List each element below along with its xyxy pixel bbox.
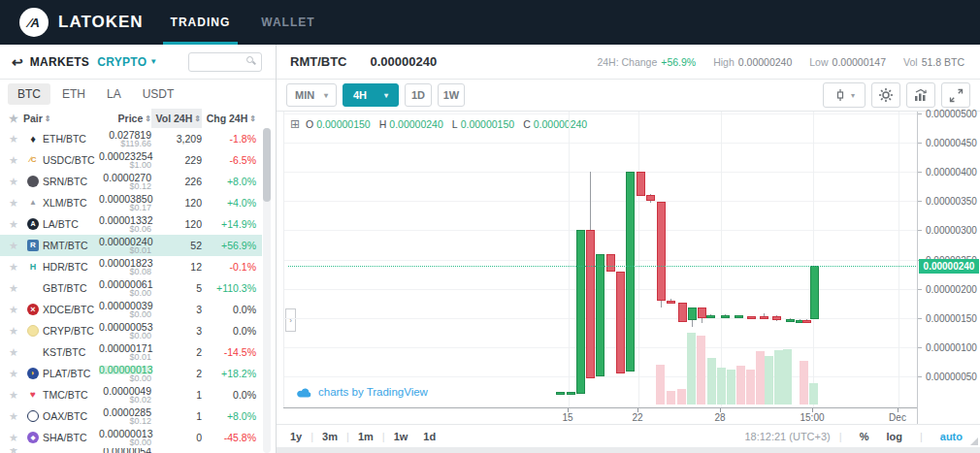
favorite-star-icon[interactable]: ★ — [4, 346, 23, 359]
favorite-star-icon[interactable]: ★ — [4, 410, 23, 423]
favorite-star-icon[interactable]: ★ — [4, 432, 23, 444]
favorite-star-icon[interactable]: ★ — [4, 154, 23, 167]
fullscreen-button[interactable] — [941, 82, 970, 108]
indicators-button[interactable] — [906, 82, 935, 108]
market-row[interactable]: ★ ♦ ETH/BTC 0.027819 $119.66 3,209 -1.8% — [0, 128, 262, 149]
favorite-star-icon[interactable]: ★ — [4, 368, 23, 380]
market-category-dropdown[interactable]: CRYPTO — [97, 55, 147, 69]
resize-handle[interactable] — [970, 437, 978, 445]
candle — [667, 301, 675, 304]
nav-tab-trading[interactable]: TRADING — [167, 0, 235, 45]
coin-icon: ◗ — [23, 368, 43, 379]
nav-tab-wallet[interactable]: WALLET — [257, 0, 318, 45]
favorite-star-icon[interactable]: ★ — [4, 133, 23, 146]
plot-area[interactable]: ⊞ O0.00000150 H0.00000240 L0.00000150 C0… — [283, 112, 917, 407]
pair-label: SHA/BTC — [43, 432, 99, 443]
pair-label: USDC/BTC — [43, 154, 99, 166]
interval-1w-button[interactable]: 1W — [438, 83, 465, 107]
market-row-partial[interactable]: ★ 0.0000054 — [0, 448, 262, 453]
range-1d-button[interactable]: 1d — [423, 431, 436, 442]
column-pair[interactable]: Pair⇕ — [23, 109, 99, 128]
market-row[interactable]: ★ ◆ SHA/BTC 0.00000013 $0.00 0 -45.8% — [0, 427, 262, 448]
market-row[interactable]: ★ KST/BTC 0.00000171 $0.01 2 -14.5% — [0, 341, 262, 363]
price-usd: $0.00 — [99, 289, 151, 298]
legend-l-key: L — [452, 118, 458, 130]
market-row[interactable]: ★ GBT/BTC 0.00000061 $0.00 5 +110.3% — [0, 277, 262, 299]
auto-scale-button[interactable]: auto — [940, 431, 963, 442]
candle-wick — [702, 318, 702, 323]
percent-scale-button[interactable]: % — [860, 431, 869, 442]
tab-la[interactable]: LA — [97, 83, 131, 105]
legend-expand-icon[interactable]: ⊞ — [290, 117, 300, 131]
favorite-star-icon[interactable]: ★ — [4, 197, 23, 210]
vol-cell: 0 — [151, 432, 202, 443]
coin-icon: ◆ — [23, 432, 43, 443]
market-row[interactable]: ★ CRYP/BTC 0.00000053 $0.00 3 0.0% — [0, 320, 262, 341]
sort-icon: ⇕ — [194, 114, 201, 123]
range-1w-button[interactable]: 1w — [394, 431, 408, 442]
market-row[interactable]: ★ SRN/BTC 0.0000270 $0.12 226 +8.0% — [0, 171, 262, 192]
column-vol[interactable]: Vol 24H⇕ — [151, 109, 202, 128]
market-row[interactable]: ★ ▲ XLM/BTC 0.00003850 $0.17 120 +4.0% — [0, 192, 262, 213]
price-tick-label: 0.00000050 — [926, 372, 977, 382]
favorite-star-icon[interactable]: ★ — [4, 448, 23, 453]
legend-c-value: 0.00000240 — [534, 118, 587, 130]
market-row[interactable]: ★ A LA/BTC 0.00001332 $0.06 120 +14.9% — [0, 213, 262, 235]
interval-4h-dropdown[interactable]: 4H▾ — [343, 83, 399, 107]
market-row[interactable]: ★ OAX/BTC 0.0000285 $0.12 1 +8.0% — [0, 405, 262, 427]
range-1m-button[interactable]: 1m — [358, 431, 374, 442]
latoken-logo-icon[interactable]: ∕A — [19, 8, 49, 37]
interval-min-dropdown[interactable]: MIN▾ — [286, 83, 337, 107]
log-scale-button[interactable]: log — [886, 431, 902, 442]
market-row[interactable]: ★ H HDR/BTC 0.00001823 $0.08 12 -0.1% — [0, 256, 262, 277]
market-row[interactable]: ★ ♥ TMC/BTC 0.0000049 $0.02 1 0.0% — [0, 384, 262, 405]
watermark-label: charts by TradingView — [318, 386, 428, 398]
favorite-star-icon[interactable]: ★ — [4, 282, 23, 295]
chevron-down-icon: ▾ — [851, 91, 855, 100]
header-star-icon[interactable]: ★ — [4, 113, 23, 125]
tab-usdt[interactable]: USDT — [133, 83, 184, 105]
favorite-star-icon[interactable]: ★ — [4, 240, 23, 252]
time-axis[interactable]: 15222815:00Dec — [283, 407, 917, 424]
coin-icon: A — [23, 218, 43, 230]
pair-label: LA/BTC — [43, 218, 99, 230]
price-usd: $0.00 — [99, 310, 151, 319]
markets-scrollbar[interactable] — [263, 128, 271, 453]
gridline-horizontal — [284, 143, 918, 144]
candle — [698, 307, 706, 318]
chevron-down-icon: ▼ — [149, 57, 157, 66]
range-3m-button[interactable]: 3m — [322, 431, 338, 442]
market-row[interactable]: ★ ◗ PLAT/BTC 0.00000013 $0.00 2 +18.2% — [0, 363, 262, 384]
scrollbar-thumb[interactable] — [263, 128, 271, 202]
column-price[interactable]: Price⇕ — [99, 109, 151, 128]
back-arrow-icon[interactable]: ↩ — [12, 54, 23, 70]
favorite-star-icon[interactable]: ★ — [4, 389, 23, 402]
price-tick — [918, 230, 922, 231]
price-axis[interactable]: 0.000000500.000001000.000001500.00000200… — [917, 112, 980, 424]
range-1y-button[interactable]: 1y — [290, 431, 302, 442]
collapse-markets-handle[interactable]: › — [285, 308, 296, 332]
chart-header: RMT/BTC 0.00000240 24H: Change+56.9% Hig… — [277, 45, 980, 80]
sort-icon: ⇕ — [45, 114, 51, 123]
tab-eth[interactable]: ETH — [52, 83, 95, 105]
tab-btc[interactable]: BTC — [8, 83, 50, 105]
volume-bar — [756, 351, 765, 404]
settings-gear-button[interactable] — [871, 82, 900, 108]
favorite-star-icon[interactable]: ★ — [4, 176, 23, 188]
market-row[interactable]: ★ R RMT/BTC 0.00000240 $0.01 52 +56.9% — [0, 235, 262, 256]
market-row[interactable]: ★ ∕C USDC/BTC 0.00023254 $1.00 229 -6.5% — [0, 149, 262, 171]
favorite-star-icon[interactable]: ★ — [4, 304, 23, 316]
favorite-star-icon[interactable]: ★ — [4, 261, 23, 274]
gridline-horizontal — [284, 201, 918, 202]
price-usd: $0.01 — [99, 246, 151, 255]
chg-cell: +56.9% — [202, 240, 258, 251]
chart-style-button[interactable]: ▾ — [823, 82, 866, 108]
market-rows: ★ ♦ ETH/BTC 0.027819 $119.66 3,209 -1.8%… — [0, 128, 262, 453]
tradingview-watermark[interactable]: charts by TradingView — [296, 386, 428, 398]
column-chg[interactable]: Chg 24H⇕ — [202, 109, 258, 128]
market-row[interactable]: ★ × XDCE/BTC 0.00000039 $0.00 3 0.0% — [0, 299, 262, 320]
candle — [721, 315, 730, 318]
interval-1d-button[interactable]: 1D — [405, 83, 432, 107]
favorite-star-icon[interactable]: ★ — [4, 218, 23, 231]
favorite-star-icon[interactable]: ★ — [4, 325, 23, 338]
